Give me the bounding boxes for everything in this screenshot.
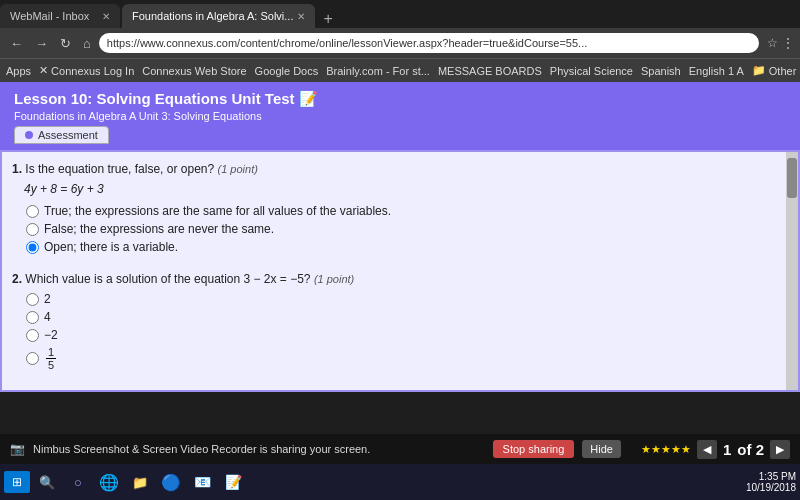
q2-option-2[interactable]: 4	[26, 310, 774, 324]
lesson-subtitle: Foundations in Algebra A Unit 3: Solving…	[14, 110, 786, 122]
bookmark-message-boards[interactable]: MESSAGE BOARDS	[438, 65, 542, 77]
q3-points: (1 point)	[336, 390, 376, 392]
lesson-title: Lesson 10: Solving Equations Unit Test 📝	[14, 90, 786, 108]
address-text: https://www.connexus.com/content/chrome/…	[107, 37, 587, 49]
q2-points: (1 point)	[314, 273, 354, 285]
star-icon[interactable]: ☆	[767, 36, 778, 50]
forward-button[interactable]: →	[31, 34, 52, 53]
q2-fraction: 1 5	[46, 346, 56, 371]
tab-webmail[interactable]: WebMail - Inbox ✕	[0, 4, 120, 28]
question-3: 3. Which ordered pair is a solution of t…	[12, 389, 774, 392]
q2-option-3[interactable]: −2	[26, 328, 774, 342]
home-button[interactable]: ⌂	[79, 34, 95, 53]
bookmark-connexus-login[interactable]: ✕ Connexus Log In	[39, 64, 134, 77]
stop-sharing-button[interactable]: Stop sharing	[493, 440, 575, 458]
tab-label-active: Foundations in Algebra A: Solvi...	[132, 10, 293, 22]
bookmark-google-docs[interactable]: Google Docs	[255, 65, 319, 77]
questions-container: 1. Is the equation true, false, or open?…	[0, 150, 800, 392]
q2-option-1[interactable]: 2	[26, 292, 774, 306]
bookmark-physical-science[interactable]: Physical Science	[550, 65, 633, 77]
nav-icons: ☆ ⋮	[767, 36, 794, 50]
hide-button[interactable]: Hide	[582, 440, 621, 458]
q3-label: Which ordered pair is a solution of the …	[25, 389, 335, 392]
q2-option-2-label: 4	[44, 310, 51, 324]
page-content: Lesson 10: Solving Equations Unit Test 📝…	[0, 82, 800, 392]
clock-date: 10/19/2018	[746, 482, 796, 493]
stars-display: ★★★★★	[641, 443, 691, 456]
bookmark-brainly[interactable]: Brainly.com - For st...	[326, 65, 430, 77]
nimbus-icon: 📷	[10, 442, 25, 456]
q2-radio-4[interactable]	[26, 352, 39, 365]
clock-display: 1:35 PM 10/19/2018	[746, 471, 796, 493]
tab-bar: WebMail - Inbox ✕ Foundations in Algebra…	[0, 0, 800, 28]
bookmark-spanish[interactable]: Spanish	[641, 65, 681, 77]
q1-option-1-label: True; the expressions are the same for a…	[44, 204, 391, 218]
windows-taskbar: ⊞ 🔍 ○ 🌐 📁 🔵 📧 📝 1:35 PM 10/19/2018	[0, 464, 800, 500]
q1-option-2[interactable]: False; the expressions are never the sam…	[26, 222, 774, 236]
tab-label: WebMail - Inbox	[10, 10, 89, 22]
question-2-text: 2. Which value is a solution of the equa…	[12, 272, 774, 286]
q1-points: (1 point)	[218, 163, 258, 175]
q1-radio-1[interactable]	[26, 205, 39, 218]
question-1-text: 1. Is the equation true, false, or open?…	[12, 162, 774, 176]
prev-page-button[interactable]: ◀	[697, 440, 717, 459]
page-of-label: of 2	[737, 441, 764, 458]
q2-label: Which value is a solution of the equatio…	[25, 272, 314, 286]
q2-radio-3[interactable]	[26, 329, 39, 342]
q2-radio-1[interactable]	[26, 293, 39, 306]
bookmark-web-store[interactable]: Connexus Web Store	[142, 65, 246, 77]
page-indicator: ★★★★★ ◀ 1 of 2 ▶	[641, 440, 790, 459]
tab-close-connexus[interactable]: ✕	[297, 11, 305, 22]
q2-options: 2 4 −2 1 5	[26, 292, 774, 371]
q1-option-1[interactable]: True; the expressions are the same for a…	[26, 204, 774, 218]
assessment-label: Assessment	[38, 129, 98, 141]
q2-option-1-label: 2	[44, 292, 51, 306]
q1-option-3[interactable]: Open; there is a variable.	[26, 240, 774, 254]
taskbar-chrome[interactable]: 🔵	[157, 468, 185, 496]
scrollbar-thumb[interactable]	[787, 158, 797, 198]
nimbus-message: Nimbus Screenshot & Screen Video Recorde…	[33, 443, 485, 455]
lesson-header: Lesson 10: Solving Equations Unit Test 📝…	[0, 82, 800, 150]
q2-radio-2[interactable]	[26, 311, 39, 324]
q1-label: Is the equation true, false, or open?	[25, 162, 217, 176]
tab-dot	[25, 131, 33, 139]
page-current: 1	[723, 441, 731, 458]
q1-option-3-label: Open; there is a variable.	[44, 240, 178, 254]
taskbar-cortana[interactable]: ○	[64, 468, 92, 496]
q1-options: True; the expressions are the same for a…	[26, 204, 774, 254]
tab-close-webmail[interactable]: ✕	[102, 11, 110, 22]
bookmark-apps[interactable]: Apps	[6, 65, 31, 77]
navigation-bar: ← → ↻ ⌂ https://www.connexus.com/content…	[0, 28, 800, 58]
assessment-tab[interactable]: Assessment	[14, 126, 109, 144]
question-2: 2. Which value is a solution of the equa…	[12, 272, 774, 371]
scrollbar-track[interactable]	[786, 152, 798, 390]
taskbar-search[interactable]: 🔍	[33, 468, 61, 496]
q1-option-2-label: False; the expressions are never the sam…	[44, 222, 274, 236]
bookmark-english[interactable]: English 1 A	[689, 65, 744, 77]
q1-radio-3[interactable]	[26, 241, 39, 254]
q1-radio-2[interactable]	[26, 223, 39, 236]
taskbar-app1[interactable]: 📧	[188, 468, 216, 496]
q2-option-4[interactable]: 1 5	[26, 346, 774, 371]
address-bar[interactable]: https://www.connexus.com/content/chrome/…	[99, 33, 759, 53]
tab-connexus[interactable]: Foundations in Algebra A: Solvi... ✕	[122, 4, 315, 28]
nimbus-bar: 📷 Nimbus Screenshot & Screen Video Recor…	[0, 434, 800, 464]
taskbar-browser[interactable]: 🌐	[95, 468, 123, 496]
bookmark-other[interactable]: 📁 Other bookmarks	[752, 64, 800, 77]
next-page-button[interactable]: ▶	[770, 440, 790, 459]
taskbar-explorer[interactable]: 📁	[126, 468, 154, 496]
clock-time: 1:35 PM	[746, 471, 796, 482]
settings-icon[interactable]: ⋮	[782, 36, 794, 50]
q1-equation: 4y + 8 = 6y + 3	[24, 182, 774, 196]
back-button[interactable]: ←	[6, 34, 27, 53]
bookmarks-bar: Apps ✕ Connexus Log In Connexus Web Stor…	[0, 58, 800, 82]
start-button[interactable]: ⊞	[4, 471, 30, 493]
question-3-text: 3. Which ordered pair is a solution of t…	[12, 389, 774, 392]
q2-option-3-label: −2	[44, 328, 58, 342]
new-tab-button[interactable]: +	[317, 10, 338, 28]
question-1: 1. Is the equation true, false, or open?…	[12, 162, 774, 254]
taskbar-app2[interactable]: 📝	[219, 468, 247, 496]
reload-button[interactable]: ↻	[56, 34, 75, 53]
